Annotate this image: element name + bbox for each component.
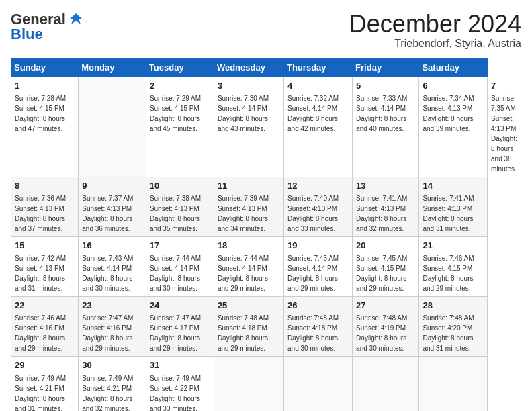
calendar-cell-6: 6Sunrise: 7:34 AMSunset: 4:13 PMDaylight… <box>419 77 488 177</box>
day-number: 22 <box>15 300 75 312</box>
day-info: Sunrise: 7:46 AMSunset: 4:16 PMDaylight:… <box>15 314 66 352</box>
day-info: Sunrise: 7:48 AMSunset: 4:20 PMDaylight:… <box>423 314 474 352</box>
calendar-cell-26: 26Sunrise: 7:48 AMSunset: 4:18 PMDayligh… <box>284 297 353 357</box>
calendar-cell-12: 12Sunrise: 7:40 AMSunset: 4:13 PMDayligh… <box>284 177 353 236</box>
col-header-sunday: Sunday <box>11 58 79 77</box>
day-number: 18 <box>218 240 280 252</box>
day-info: Sunrise: 7:42 AMSunset: 4:13 PMDaylight:… <box>15 255 66 292</box>
day-number: 4 <box>287 80 349 92</box>
calendar-row-4: 22Sunrise: 7:46 AMSunset: 4:16 PMDayligh… <box>11 297 521 357</box>
calendar-cell-empty <box>284 357 353 411</box>
calendar-row-1: 1Sunrise: 7:28 AMSunset: 4:15 PMDaylight… <box>11 77 521 177</box>
calendar-cell-20: 20Sunrise: 7:45 AMSunset: 4:15 PMDayligh… <box>353 236 419 296</box>
day-number: 16 <box>82 240 142 252</box>
page-header: General Blue December 2024 Triebendorf, … <box>11 11 521 50</box>
day-info: Sunrise: 7:40 AMSunset: 4:13 PMDaylight:… <box>287 195 339 232</box>
day-number: 17 <box>150 240 210 252</box>
day-info: Sunrise: 7:48 AMSunset: 4:19 PMDaylight:… <box>356 314 407 352</box>
day-info: Sunrise: 7:30 AMSunset: 4:14 PMDaylight:… <box>218 95 269 132</box>
calendar-cell-25: 25Sunrise: 7:48 AMSunset: 4:18 PMDayligh… <box>214 297 283 357</box>
calendar-cell-17: 17Sunrise: 7:44 AMSunset: 4:14 PMDayligh… <box>146 236 214 296</box>
day-number: 13 <box>356 180 415 192</box>
day-info: Sunrise: 7:45 AMSunset: 4:14 PMDaylight:… <box>287 255 339 292</box>
calendar-cell-16: 16Sunrise: 7:43 AMSunset: 4:14 PMDayligh… <box>79 236 146 296</box>
day-number: 15 <box>15 240 75 252</box>
day-number: 24 <box>150 300 210 312</box>
calendar-cell-4: 4Sunrise: 7:32 AMSunset: 4:14 PMDaylight… <box>284 77 353 177</box>
day-info: Sunrise: 7:47 AMSunset: 4:16 PMDaylight:… <box>82 314 133 352</box>
calendar-cell-18: 18Sunrise: 7:44 AMSunset: 4:14 PMDayligh… <box>214 236 283 296</box>
calendar-table: SundayMondayTuesdayWednesdayThursdayFrid… <box>11 58 521 411</box>
day-info: Sunrise: 7:36 AMSunset: 4:13 PMDaylight:… <box>15 195 66 232</box>
day-info: Sunrise: 7:49 AMSunset: 4:21 PMDaylight:… <box>15 375 66 411</box>
calendar-row-3: 15Sunrise: 7:42 AMSunset: 4:13 PMDayligh… <box>11 236 521 296</box>
calendar-cell-8: 8Sunrise: 7:36 AMSunset: 4:13 PMDaylight… <box>11 177 79 236</box>
day-info: Sunrise: 7:37 AMSunset: 4:13 PMDaylight:… <box>82 195 133 232</box>
calendar-row-2: 8Sunrise: 7:36 AMSunset: 4:13 PMDaylight… <box>11 177 521 236</box>
col-header-saturday: Saturday <box>419 58 488 77</box>
day-info: Sunrise: 7:48 AMSunset: 4:18 PMDaylight:… <box>218 314 269 352</box>
day-info: Sunrise: 7:39 AMSunset: 4:13 PMDaylight:… <box>218 195 269 232</box>
day-info: Sunrise: 7:38 AMSunset: 4:13 PMDaylight:… <box>150 195 201 232</box>
month-title: December 2024 <box>349 11 521 38</box>
col-header-wednesday: Wednesday <box>214 58 283 77</box>
day-info: Sunrise: 7:41 AMSunset: 4:13 PMDaylight:… <box>423 195 474 232</box>
calendar-cell-3: 3Sunrise: 7:30 AMSunset: 4:14 PMDaylight… <box>214 77 283 177</box>
day-info: Sunrise: 7:48 AMSunset: 4:18 PMDaylight:… <box>287 314 339 352</box>
day-number: 9 <box>82 180 142 192</box>
calendar-cell-empty <box>79 77 146 177</box>
col-header-monday: Monday <box>79 58 146 77</box>
calendar-header-row: SundayMondayTuesdayWednesdayThursdayFrid… <box>11 58 521 77</box>
day-number: 8 <box>15 180 75 192</box>
day-info: Sunrise: 7:49 AMSunset: 4:21 PMDaylight:… <box>82 375 133 411</box>
day-number: 6 <box>423 80 484 92</box>
calendar-cell-9: 9Sunrise: 7:37 AMSunset: 4:13 PMDaylight… <box>79 177 146 236</box>
day-info: Sunrise: 7:29 AMSunset: 4:15 PMDaylight:… <box>150 95 201 132</box>
day-number: 12 <box>287 180 349 192</box>
day-info: Sunrise: 7:35 AMSunset: 4:13 PMDaylight:… <box>491 95 517 173</box>
day-info: Sunrise: 7:34 AMSunset: 4:13 PMDaylight:… <box>423 95 474 132</box>
calendar-cell-31: 31Sunrise: 7:49 AMSunset: 4:22 PMDayligh… <box>146 357 214 411</box>
calendar-cell-22: 22Sunrise: 7:46 AMSunset: 4:16 PMDayligh… <box>11 297 79 357</box>
calendar-cell-empty <box>353 357 419 411</box>
day-number: 5 <box>356 80 415 92</box>
calendar-cell-30: 30Sunrise: 7:49 AMSunset: 4:21 PMDayligh… <box>79 357 146 411</box>
day-number: 26 <box>287 300 349 312</box>
day-number: 3 <box>218 80 280 92</box>
day-number: 29 <box>15 359 75 371</box>
day-info: Sunrise: 7:46 AMSunset: 4:15 PMDaylight:… <box>423 255 474 292</box>
logo: General Blue <box>11 11 83 43</box>
calendar-cell-23: 23Sunrise: 7:47 AMSunset: 4:16 PMDayligh… <box>79 297 146 357</box>
day-number: 30 <box>82 359 142 371</box>
calendar-cell-24: 24Sunrise: 7:47 AMSunset: 4:17 PMDayligh… <box>146 297 214 357</box>
calendar-cell-11: 11Sunrise: 7:39 AMSunset: 4:13 PMDayligh… <box>214 177 283 236</box>
day-number: 25 <box>218 300 280 312</box>
calendar-cell-29: 29Sunrise: 7:49 AMSunset: 4:21 PMDayligh… <box>11 357 79 411</box>
calendar-cell-28: 28Sunrise: 7:48 AMSunset: 4:20 PMDayligh… <box>419 297 488 357</box>
day-number: 28 <box>423 300 484 312</box>
day-number: 2 <box>150 80 210 92</box>
calendar-cell-empty <box>214 357 283 411</box>
day-number: 11 <box>218 180 280 192</box>
calendar-cell-14: 14Sunrise: 7:41 AMSunset: 4:13 PMDayligh… <box>419 177 488 236</box>
svg-marker-0 <box>70 13 82 24</box>
calendar-cell-5: 5Sunrise: 7:33 AMSunset: 4:14 PMDaylight… <box>353 77 419 177</box>
day-number: 19 <box>287 240 349 252</box>
day-info: Sunrise: 7:45 AMSunset: 4:15 PMDaylight:… <box>356 255 407 292</box>
day-info: Sunrise: 7:28 AMSunset: 4:15 PMDaylight:… <box>15 95 66 132</box>
calendar-cell-7: 7Sunrise: 7:35 AMSunset: 4:13 PMDaylight… <box>488 77 521 177</box>
day-info: Sunrise: 7:44 AMSunset: 4:14 PMDaylight:… <box>218 255 269 292</box>
day-number: 21 <box>423 240 484 252</box>
calendar-cell-10: 10Sunrise: 7:38 AMSunset: 4:13 PMDayligh… <box>146 177 214 236</box>
day-number: 31 <box>150 359 210 371</box>
logo-blue-text: Blue <box>11 26 43 43</box>
day-number: 1 <box>15 80 75 92</box>
day-number: 10 <box>150 180 210 192</box>
day-info: Sunrise: 7:44 AMSunset: 4:14 PMDaylight:… <box>150 255 201 292</box>
calendar-cell-27: 27Sunrise: 7:48 AMSunset: 4:19 PMDayligh… <box>353 297 419 357</box>
day-number: 7 <box>491 80 517 92</box>
day-number: 14 <box>423 180 484 192</box>
col-header-tuesday: Tuesday <box>146 58 214 77</box>
col-header-friday: Friday <box>353 58 419 77</box>
day-number: 27 <box>356 300 415 312</box>
